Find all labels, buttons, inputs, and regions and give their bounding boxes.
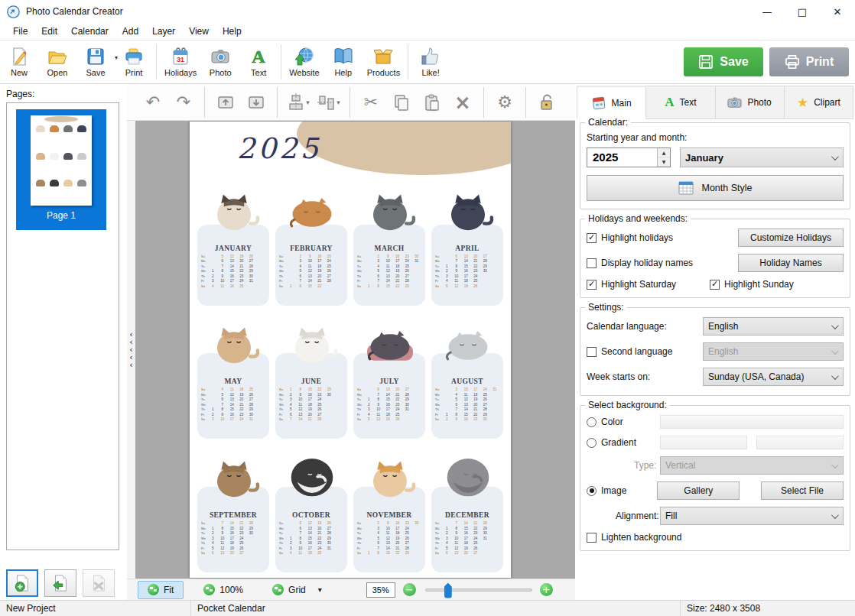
highlight-saturday-checkbox[interactable]: ✓ <box>587 280 597 290</box>
customize-holidays-button[interactable]: Customize Holidays <box>738 229 844 247</box>
zoom-slider[interactable] <box>425 588 532 592</box>
delete-button[interactable]: × <box>447 88 478 117</box>
redo-button[interactable]: ↷ <box>168 88 199 117</box>
paste-button[interactable] <box>417 88 447 117</box>
chevron-down-icon <box>831 461 839 468</box>
menu-view[interactable]: View <box>182 24 216 39</box>
page-settings-button[interactable]: ⚙ <box>489 88 520 117</box>
text-button[interactable]: A Text <box>239 42 278 82</box>
highlight-holidays-checkbox[interactable]: ✓ <box>587 233 597 243</box>
open-button[interactable]: Open <box>38 42 76 82</box>
grid-dropdown-caret[interactable]: ▾ <box>318 585 322 594</box>
gallery-button[interactable]: Gallery <box>657 481 740 500</box>
align-horizontal-button[interactable]: ▾ <box>283 88 314 117</box>
color-radio[interactable] <box>587 417 597 427</box>
tab-clipart[interactable]: ★ Clipart <box>785 86 853 119</box>
maximize-button[interactable]: □ <box>785 0 820 23</box>
toolbar-separator <box>156 44 157 79</box>
zoom-value-input[interactable]: 35% <box>366 582 395 598</box>
save-button[interactable]: Save ▾ <box>76 42 115 82</box>
pages-panel: Pages: Page 1 <box>0 84 124 600</box>
second-language-select: English <box>703 342 844 361</box>
menu-calendar[interactable]: Calendar <box>64 24 115 39</box>
delete-icon: × <box>454 91 471 114</box>
zoom-100-icon <box>203 584 215 595</box>
week-starts-select[interactable]: Sunday (USA, Canada) <box>703 368 844 386</box>
send-backward-button[interactable] <box>241 88 271 117</box>
calendar-page[interactable]: 2025 January Su5121926Mo6132027Tu7142128… <box>190 122 511 578</box>
holidays-button[interactable]: 31 Holidays <box>160 42 201 82</box>
lighten-background-label: Lighten background <box>601 532 681 543</box>
add-page-button[interactable] <box>6 569 38 597</box>
bring-forward-button[interactable] <box>210 88 241 117</box>
menu-add[interactable]: Add <box>115 24 145 39</box>
highlight-sunday-checkbox[interactable]: ✓ <box>710 280 720 290</box>
help-button[interactable]: Help <box>324 42 362 82</box>
cut-button[interactable]: ✂ <box>356 88 386 117</box>
tab-photo[interactable]: Photo <box>716 86 785 119</box>
tab-text[interactable]: A Text <box>646 86 715 119</box>
menu-file[interactable]: File <box>6 24 34 39</box>
year-up-button[interactable]: ▲ <box>658 148 670 157</box>
select-file-button[interactable]: Select File <box>761 481 844 500</box>
lock-button[interactable] <box>532 88 562 117</box>
import-page-button[interactable] <box>44 569 76 597</box>
holiday-names-button[interactable]: Holiday Names <box>738 254 844 272</box>
delete-page-button[interactable] <box>83 569 115 597</box>
month-card: October Su5121926Mo6132027Tu7142128We181… <box>275 487 347 572</box>
calendar-language-select[interactable]: English <box>703 317 844 336</box>
gradient-swatch-start[interactable] <box>660 436 747 449</box>
month-name: May <box>201 378 265 385</box>
month-select[interactable]: January <box>680 148 844 167</box>
print-button[interactable]: Print <box>115 42 153 82</box>
year-spinner[interactable]: 2025 ▲ ▼ <box>587 148 671 167</box>
fit-button[interactable]: Fit <box>138 581 184 599</box>
align-vertical-button[interactable]: ▾ <box>314 88 344 117</box>
menu-layer[interactable]: Layer <box>145 24 182 39</box>
alignment-select[interactable]: Fill <box>660 507 844 525</box>
second-language-checkbox[interactable] <box>587 347 597 357</box>
website-button[interactable]: Website <box>284 42 324 82</box>
zoom-out-button[interactable]: − <box>403 583 416 596</box>
new-button[interactable]: New <box>0 42 38 82</box>
calendar-group-title: Calendar: <box>585 117 631 128</box>
status-project: New Project <box>0 601 191 616</box>
year-down-button[interactable]: ▼ <box>658 157 670 167</box>
alignment-label: Alignment: <box>616 511 659 521</box>
cat-illustration <box>278 186 346 231</box>
display-holiday-names-checkbox[interactable] <box>587 258 597 268</box>
zoom-100-button[interactable]: 100% <box>194 581 252 599</box>
copy-button[interactable] <box>386 88 417 117</box>
minimize-button[interactable]: — <box>749 0 785 23</box>
print-project-button[interactable]: Print <box>769 47 849 76</box>
decor-blob <box>297 122 511 175</box>
grid-button[interactable]: Grid ▾ <box>263 581 331 599</box>
lighten-background-checkbox[interactable] <box>587 533 597 543</box>
save-project-button[interactable]: Save <box>684 47 763 76</box>
photo-button[interactable]: Photo <box>201 42 239 82</box>
pages-label: Pages: <box>6 89 119 99</box>
canvas-area[interactable]: ‹ ‹ ‹ ‹ ‹ 2025 January Su5121926Mo613202… <box>127 121 575 579</box>
printer-white-icon <box>785 54 800 70</box>
like-button[interactable]: Like! <box>411 42 450 82</box>
image-radio[interactable] <box>587 486 597 496</box>
menu-help[interactable]: Help <box>216 24 249 39</box>
tab-main[interactable]: Main <box>577 86 646 119</box>
close-button[interactable]: ✕ <box>820 0 855 23</box>
month-mini-grid: Su6132027Mo7142128Tu18152229We29162330Th… <box>357 387 421 421</box>
zoom-slider-thumb[interactable] <box>444 583 452 598</box>
products-button[interactable]: Products <box>362 42 405 82</box>
month-card: January Su5121926Mo6132027Tu7142128We181… <box>197 225 269 306</box>
main-toolbar: New Open Save ▾ Print 31 Holidays Photo … <box>0 41 855 84</box>
year-value[interactable]: 2025 <box>587 148 657 167</box>
holidays-group: Holidays and weekends: ✓ Highlight holid… <box>580 219 850 298</box>
page-thumbnail-selected[interactable]: Page 1 <box>16 109 106 230</box>
color-swatch[interactable] <box>660 415 844 429</box>
panel-collapse-splitter[interactable]: ‹ ‹ ‹ ‹ ‹ <box>127 121 135 579</box>
month-style-button[interactable]: Month Style <box>587 175 844 201</box>
menu-edit[interactable]: Edit <box>34 24 64 39</box>
undo-button[interactable]: ↶ <box>138 88 168 117</box>
gradient-radio[interactable] <box>587 438 597 448</box>
gradient-swatch-end[interactable] <box>756 436 844 449</box>
zoom-in-button[interactable]: + <box>540 583 553 596</box>
